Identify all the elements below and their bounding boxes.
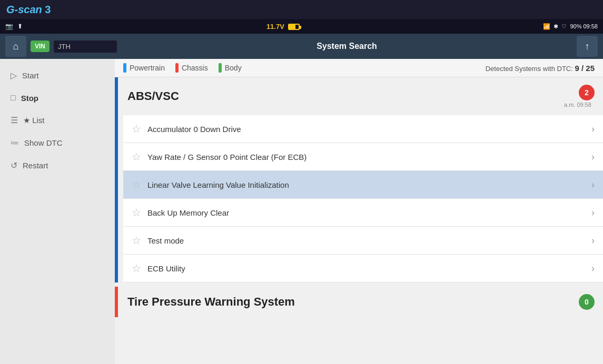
restart-icon: ↺ [11,160,17,170]
menu-item-test-mode[interactable]: ☆ Test mode › [123,227,603,255]
powertrain-indicator [123,63,126,73]
sidebar-label-stop: Stop [21,94,38,103]
upload-icon: ↑ [585,41,590,52]
show-dtc-icon: ≔ [11,138,19,148]
item-label-3: Linear Valve Learning Value Initializati… [147,180,585,189]
sidebar-item-start[interactable]: ▷ Start [0,64,115,87]
item-label-6: ECB Utility [147,264,585,273]
sidebar-label-show-dtc: Show DTC [24,138,63,147]
home-button[interactable]: ⌂ [5,36,26,57]
voltage-value: 11.7V [266,23,284,31]
content-area: Powertrain Chassis Body Detected Systems… [115,59,603,364]
abs-vsc-header: ABS/VSC 2 a.m. 09:58 [123,77,603,115]
tire-pressure-header: Tire Pressure Warning System 0 [123,287,603,317]
menu-item-linear-valve[interactable]: ☆ Linear Valve Learning Value Initializa… [123,171,603,199]
vin-button[interactable]: VIN [31,41,50,52]
star-icon-3[interactable]: ☆ [132,178,141,191]
menu-item-backup-memory[interactable]: ☆ Back Up Memory Clear › [123,199,603,227]
logo-number: 3 [45,4,51,15]
sidebar-label-restart: Restart [23,161,48,170]
chevron-icon-6: › [591,263,595,274]
app-logo: G-scan 3 [6,4,51,16]
bluetooth-icon: ✱ [553,23,558,30]
sidebar-label-start: Start [22,71,39,80]
abs-vsc-time: a.m. 09:58 [564,102,591,108]
home-icon: ⌂ [13,41,19,52]
tire-pressure-badge: 0 [579,294,595,310]
tire-pressure-title: Tire Pressure Warning System [127,295,579,309]
star-icon-2[interactable]: ☆ [132,150,141,163]
upload-status-icon: ⬆ [17,23,23,30]
powertrain-label: Powertrain [130,64,165,72]
sidebar-label-list: ★ List [23,116,45,125]
upload-button[interactable]: ↑ [577,36,598,57]
sidebar-item-restart[interactable]: ↺ Restart [0,154,115,177]
tire-pressure-bar [115,287,118,317]
heart-icon: ♡ [561,23,567,30]
tab-bar: Powertrain Chassis Body Detected Systems… [115,59,603,77]
detected-systems: Detected Systems with DTC: 9 / 25 [486,64,595,73]
list-icon: ☰ [11,115,18,125]
abs-vsc-bar [115,77,118,282]
tab-powertrain[interactable]: Powertrain [123,63,165,73]
abs-vsc-title: ABS/VSC [127,89,564,103]
abs-vsc-badge: 2 [579,85,595,100]
star-icon-6[interactable]: ☆ [132,262,141,275]
start-icon: ▷ [11,70,17,80]
item-label-2: Yaw Rate / G Sensor 0 Point Clear (For E… [147,153,585,161]
page-title: System Search [121,42,572,51]
tab-chassis[interactable]: Chassis [175,63,208,73]
abs-vsc-badge-container: 2 a.m. 09:58 [564,85,595,108]
logo-text: G-scan [6,4,45,15]
detected-current: 9 [575,64,579,73]
menu-item-accumulator[interactable]: ☆ Accumulator 0 Down Drive › [123,115,603,143]
voltage-display: 11.7V [266,23,300,31]
chevron-icon-1: › [591,124,595,135]
item-label-4: Back Up Memory Clear [147,208,585,217]
body-label: Body [225,64,242,72]
vin-value[interactable]: JTH [54,41,117,53]
wifi-icon: 📶 [543,23,550,30]
camera-icon: 📷 [5,23,13,30]
menu-item-ecb-utility[interactable]: ☆ ECB Utility › [123,255,603,282]
star-icon-4[interactable]: ☆ [132,206,141,219]
chevron-icon-2: › [591,151,595,163]
tab-body[interactable]: Body [219,63,242,73]
sidebar: ▷ Start □ Stop ☰ ★ List ≔ Show DTC ↺ Res… [0,59,115,364]
abs-vsc-section: ABS/VSC 2 a.m. 09:58 ☆ Accumulator 0 Dow… [115,77,603,282]
chevron-icon-4: › [591,207,595,218]
item-label-1: Accumulator 0 Down Drive [147,125,585,134]
item-label-5: Test mode [147,236,585,245]
detected-total: 25 [586,64,595,73]
battery-percent: 90% 09:58 [570,23,598,29]
title-bar: G-scan 3 [0,0,603,19]
body-indicator [219,63,222,73]
detected-count: 9 / 25 [575,64,595,73]
status-left: 📷 ⬆ [5,23,23,30]
star-icon-5[interactable]: ☆ [132,234,141,247]
sidebar-item-stop[interactable]: □ Stop [0,87,115,109]
battery-icon [288,24,300,30]
detected-label: Detected Systems with DTC: [486,65,573,73]
sidebar-item-list[interactable]: ☰ ★ List [0,109,115,132]
stop-icon: □ [11,93,16,103]
status-right: 📶 ✱ ♡ 90% 09:58 [543,23,598,30]
menu-item-yaw-rate[interactable]: ☆ Yaw Rate / G Sensor 0 Point Clear (For… [123,143,603,171]
status-bar: 📷 ⬆ 11.7V 📶 ✱ ♡ 90% 09:58 [0,19,603,34]
tire-pressure-section: Tire Pressure Warning System 0 [115,287,603,317]
chevron-icon-5: › [591,235,595,246]
chassis-label: Chassis [182,64,208,72]
sidebar-item-show-dtc[interactable]: ≔ Show DTC [0,132,115,154]
nav-bar: ⌂ VIN JTH System Search ↑ [0,34,603,59]
star-icon-1[interactable]: ☆ [132,123,141,135]
chevron-icon-3: › [591,179,595,190]
chassis-indicator [175,63,179,73]
main-layout: ▷ Start □ Stop ☰ ★ List ≔ Show DTC ↺ Res… [0,59,603,364]
